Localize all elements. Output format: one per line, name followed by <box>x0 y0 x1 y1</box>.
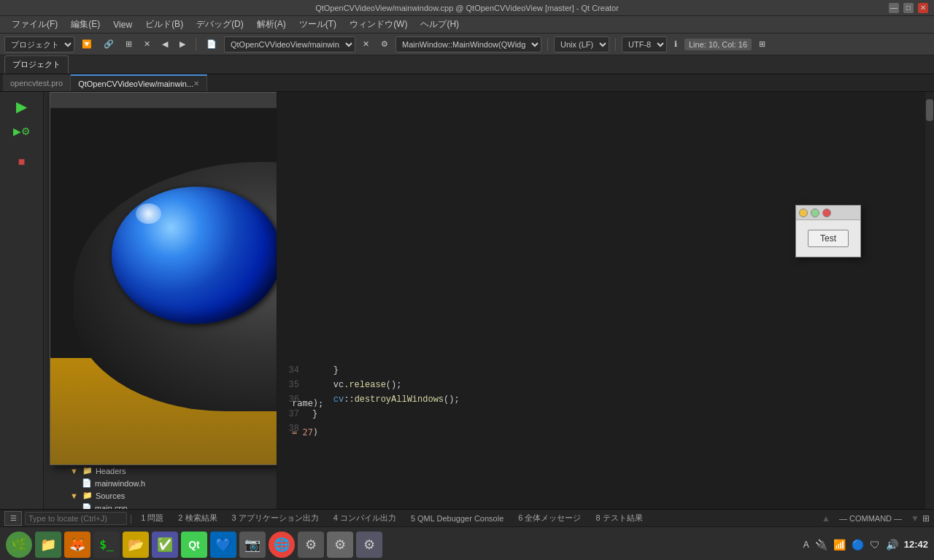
tray-app2: 🔌 <box>815 539 827 551</box>
dialog-minimize-button[interactable] <box>799 209 808 217</box>
tree-item-sources[interactable]: ▼ 📁 Sources <box>44 489 277 502</box>
file-tab-close-icon[interactable]: ✕ <box>193 79 199 88</box>
dialog-close-button[interactable] <box>822 209 831 217</box>
line-ending-selector[interactable]: Unix (LF) <box>554 36 609 52</box>
bottom-tabs: ☰ | 1 問題 2 検索結果 3 アプリケーション出力 4 コンパイル出力 5… <box>0 509 934 526</box>
system-tray: A 🔌 📶 🔵 🛡 🔊 12:42 <box>803 539 928 551</box>
bottom-tab-problems[interactable]: 1 問題 <box>135 511 169 525</box>
maximize-button[interactable]: □ <box>903 3 914 13</box>
settings1-icon: ⚙ <box>305 537 317 553</box>
clock: 12:42 <box>904 539 928 550</box>
run-button[interactable]: ▶ <box>7 95 36 118</box>
vscode-icon: 💙 <box>215 537 231 553</box>
taskbar-app-terminal[interactable]: $_ <box>93 532 120 558</box>
split-button[interactable]: ⊞ <box>121 38 136 50</box>
test-dialog-content: Test <box>796 220 860 257</box>
menu-bar: ファイル(F) 編集(E) View ビルド(B) デバッグ(D) 解析(A) … <box>0 16 934 34</box>
menu-view[interactable]: View <box>107 18 138 31</box>
tab-project-label: プロジェクト <box>12 59 61 70</box>
tray-network-icon: 📶 <box>833 539 846 551</box>
settings3-icon: ⚙ <box>363 537 375 553</box>
taskbar-app-firefox[interactable]: 🦊 <box>64 532 90 558</box>
sidebar: ▶ ▶⚙ ■ <box>0 92 44 509</box>
cursor-position: Line: 10, Col: 16 <box>684 39 752 50</box>
encoding-info-button[interactable]: ℹ <box>670 38 682 50</box>
link-button[interactable]: 🔗 <box>99 38 118 50</box>
file-tab-opencvtest[interactable]: opencvtest.pro <box>3 74 71 91</box>
sources-folder-icon: ▼ <box>70 491 78 500</box>
taskbar-app-vscode[interactable]: 💙 <box>210 532 236 558</box>
taskbar-app-settings2[interactable]: ⚙ <box>327 532 353 558</box>
menu-edit[interactable]: 編集(E) <box>65 17 106 32</box>
bottom-tab-test[interactable]: 8 テスト結果 <box>590 511 648 525</box>
menu-debug[interactable]: デバッグ(D) <box>190 17 250 32</box>
menu-help[interactable]: ヘルプ(H) <box>414 17 465 32</box>
taskbar-app-checklist[interactable]: ✅ <box>152 532 178 558</box>
function-selector[interactable]: MainWindow::MainWindow(QWidg... <box>395 36 541 52</box>
prev-button[interactable]: ◀ <box>158 38 172 50</box>
stop-button[interactable]: ■ <box>7 150 36 174</box>
expand-button[interactable]: ⊞ <box>754 38 770 50</box>
bottom-tab-messages[interactable]: 6 全体メッセージ <box>512 511 587 525</box>
debug-run-button[interactable]: ▶⚙ <box>7 120 36 143</box>
sources-folder-icon2: 📁 <box>82 491 93 500</box>
file-tabs: opencvtest.pro QtOpenCVVideoView/mainwin… <box>0 74 934 92</box>
tray-volume-icon: 🔊 <box>886 539 898 551</box>
taskbar-app-settings1[interactable]: ⚙ <box>298 532 324 558</box>
file-tab-mainwindow-label: QtOpenCVVideoView/mainwin... <box>78 79 193 88</box>
tree-item-headers[interactable]: ▼ 📁 Headers <box>44 464 277 477</box>
taskbar-app-filemanager[interactable]: 📂 <box>123 532 149 558</box>
window-controls[interactable]: — □ ✕ <box>889 3 928 13</box>
scroll-thumb[interactable] <box>926 99 933 121</box>
test-button[interactable]: Test <box>808 230 849 247</box>
frame-titlebar: Frame ✕ <box>50 93 277 109</box>
taskbar-app-camera[interactable]: 📷 <box>239 532 266 558</box>
locate-input[interactable] <box>25 512 127 525</box>
tray-bluetooth-icon: 🔵 <box>852 539 864 551</box>
bottom-tab-qml-debug[interactable]: 5 QML Debugger Console <box>405 513 509 524</box>
bottom-tab-app-output[interactable]: 3 アプリケーション出力 <box>226 511 325 525</box>
right-scrollbar[interactable] <box>925 92 934 509</box>
taskbar-app-chrome[interactable]: 🌐 <box>269 532 295 558</box>
next-button[interactable]: ▶ <box>175 38 190 50</box>
taskbar-app-mint[interactable]: 🌿 <box>6 532 32 558</box>
bottom-tab-search[interactable]: 2 検索結果 <box>172 511 223 525</box>
close-button[interactable]: ✕ <box>918 3 928 13</box>
menu-window[interactable]: ウィンドウ(W) <box>344 17 413 32</box>
file-icon-h: 📄 <box>82 478 92 488</box>
file-selector[interactable]: QtOpenCVVideoView/mainwin... <box>224 36 355 52</box>
taskbar-app-qtcreator[interactable]: Qt <box>181 532 207 558</box>
toolbar: プロジェクト 🔽 🔗 ⊞ ✕ ◀ ▶ 📄 QtOpenCVVideoView/m… <box>0 34 934 55</box>
close-doc-button[interactable]: ✕ <box>139 38 155 50</box>
code-editor[interactable]: rame); = 27) 34 } 35 vc.release(); <box>277 92 925 509</box>
dialog-maximize-button[interactable] <box>811 209 819 217</box>
tree-item-mainwindow-h[interactable]: 📄 mainwindow.h <box>44 477 277 489</box>
project-selector[interactable]: プロジェクト <box>4 36 74 52</box>
code-line-34: 34 } <box>277 363 925 378</box>
menu-build[interactable]: ビルド(B) <box>139 17 189 32</box>
sidebar-toggle-button[interactable]: ☰ <box>4 511 22 526</box>
filter-button[interactable]: 🔽 <box>77 38 96 50</box>
system-taskbar: 🌿 📁 🦊 $_ 📂 ✅ Qt 💙 📷 🌐 ⚙ ⚙ ⚙ A 🔌 📶 🔵 🛡 <box>0 526 934 560</box>
menu-analyze[interactable]: 解析(A) <box>251 17 292 32</box>
checklist-icon: ✅ <box>157 537 173 553</box>
filemanager-icon: 📂 <box>128 537 144 553</box>
content-area: Frame ✕ <box>44 92 934 509</box>
close-file-button[interactable]: ✕ <box>358 38 374 50</box>
bottom-tab-compile[interactable]: 4 コンパイル出力 <box>328 511 402 525</box>
tree-item-headers-label: Headers <box>96 467 126 475</box>
encoding-selector[interactable]: UTF-8 <box>622 36 667 52</box>
taskbar-app-files[interactable]: 📁 <box>35 532 61 558</box>
chrome-icon: 🌐 <box>274 537 290 553</box>
file-tab-opencvtest-label: opencvtest.pro <box>10 79 63 88</box>
separator-2 <box>547 38 548 51</box>
menu-file[interactable]: ファイル(F) <box>6 17 63 32</box>
minimize-button[interactable]: — <box>889 3 899 13</box>
file-tab-mainwindow[interactable]: QtOpenCVVideoView/mainwin... ✕ <box>71 74 207 91</box>
project-panel: Frame ✕ <box>44 92 277 509</box>
taskbar-app-settings3[interactable]: ⚙ <box>356 532 382 558</box>
bottom-expand-button[interactable]: ⊞ <box>922 513 930 524</box>
tab-project[interactable]: プロジェクト <box>4 55 69 74</box>
tree-item-main-cpp[interactable]: 📄 main.cpp <box>44 502 277 509</box>
menu-tools[interactable]: ツール(T) <box>293 17 342 32</box>
